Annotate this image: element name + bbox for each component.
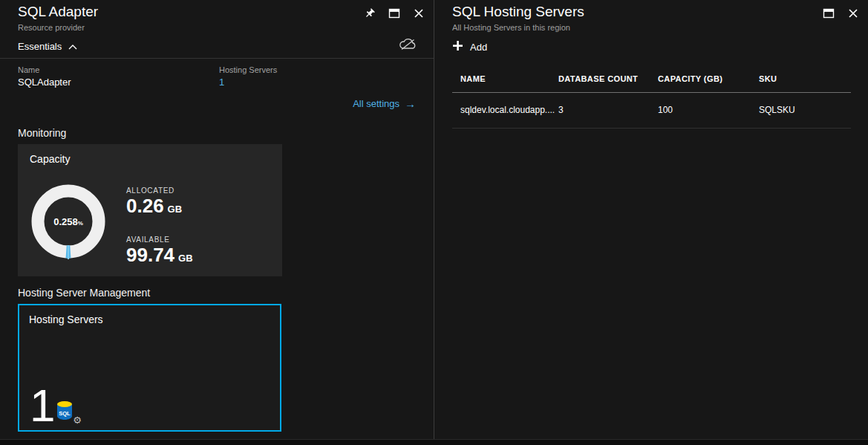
- azure-stack-portal: SQL Adapter Resource provider: [0, 0, 868, 445]
- capacity-tile-title: Capacity: [30, 153, 70, 165]
- maximize-icon[interactable]: [823, 7, 835, 19]
- cloud-icon: [398, 37, 417, 53]
- all-settings-label: All settings: [353, 98, 399, 109]
- name-value: SQLAdapter: [18, 77, 71, 88]
- column-header-name: NAME: [460, 74, 558, 83]
- blade-controls: [364, 7, 425, 19]
- add-button[interactable]: Add: [452, 40, 487, 53]
- available-metric: AVAILABLE 99.74 GB: [126, 236, 193, 266]
- plus-icon: [452, 40, 463, 53]
- maximize-icon[interactable]: [388, 7, 400, 19]
- hosting-servers-tile[interactable]: Hosting Servers 1 SQL ⚙: [18, 304, 281, 432]
- field-hosting-servers: Hosting Servers 1: [219, 65, 277, 88]
- blade-subtitle: Resource provider: [18, 23, 85, 32]
- table-header-row: NAME DATABASE COUNT CAPACITY (GB) SKU: [452, 73, 851, 93]
- blade-title: SQL Adapter: [18, 4, 98, 20]
- field-name: Name SQLAdapter: [18, 65, 71, 88]
- sql-database-icon: SQL ⚙: [55, 400, 76, 423]
- hosting-servers-count: 1: [30, 383, 55, 429]
- essentials-label: Essentials: [18, 41, 62, 52]
- monitoring-section-title: Monitoring: [18, 127, 66, 139]
- cell-capacity: 100: [658, 105, 759, 115]
- hosting-servers-label: Hosting Servers: [219, 65, 277, 74]
- blade-controls: [823, 7, 859, 19]
- available-label: AVAILABLE: [126, 236, 193, 244]
- blade-subtitle: All Hosting Servers in this region: [452, 23, 570, 32]
- all-settings-link[interactable]: All settings →: [353, 97, 416, 110]
- essentials-toggle[interactable]: Essentials: [18, 41, 77, 52]
- allocated-label: ALLOCATED: [126, 186, 182, 195]
- hosting-servers-table: NAME DATABASE COUNT CAPACITY (GB) SKU sq…: [452, 73, 851, 129]
- available-unit: GB: [178, 253, 193, 264]
- sql-icon-label: SQL: [59, 410, 71, 417]
- close-icon[interactable]: [847, 7, 859, 19]
- capacity-donut-chart: 0.258 %: [30, 183, 107, 260]
- management-section-title: Hosting Server Management: [18, 287, 150, 299]
- allocated-metric: ALLOCATED 0.26 GB: [126, 186, 182, 217]
- name-label: Name: [18, 65, 71, 74]
- cell-name: sqldev.local.cloudapp....: [460, 105, 558, 115]
- donut-center-value: 0.258 %: [30, 183, 107, 260]
- hosting-servers-value[interactable]: 1: [219, 77, 277, 88]
- sql-adapter-blade: SQL Adapter Resource provider: [0, 0, 434, 439]
- add-button-label: Add: [470, 42, 487, 53]
- sql-hosting-servers-blade: SQL Hosting Servers All Hosting Servers …: [434, 0, 868, 439]
- cell-database-count: 3: [558, 105, 658, 115]
- gauge-value: 0.258: [53, 216, 78, 227]
- column-header-sku: SKU: [759, 74, 851, 83]
- pin-icon[interactable]: [364, 7, 376, 19]
- gauge-unit: %: [78, 220, 83, 227]
- blade-title: SQL Hosting Servers: [452, 4, 584, 20]
- table-row[interactable]: sqldev.local.cloudapp.... 3 100 SQLSKU: [452, 93, 851, 129]
- bottom-strip: [0, 439, 868, 445]
- cell-sku: SQLSKU: [759, 105, 851, 115]
- arrow-right-icon: →: [405, 97, 416, 110]
- column-header-database-count: DATABASE COUNT: [558, 74, 658, 83]
- gear-icon: ⚙: [73, 415, 82, 426]
- close-icon[interactable]: [413, 7, 425, 19]
- chevron-up-icon: [68, 41, 77, 52]
- column-header-capacity: CAPACITY (GB): [658, 74, 759, 83]
- capacity-tile[interactable]: Capacity 0.258 % ALLOCATED 0.26 GB: [18, 144, 282, 276]
- allocated-value: 0.26: [126, 195, 164, 217]
- allocated-unit: GB: [168, 204, 183, 215]
- divider: [0, 58, 434, 59]
- available-value: 99.74: [126, 244, 174, 266]
- hosting-tile-title: Hosting Servers: [29, 314, 103, 325]
